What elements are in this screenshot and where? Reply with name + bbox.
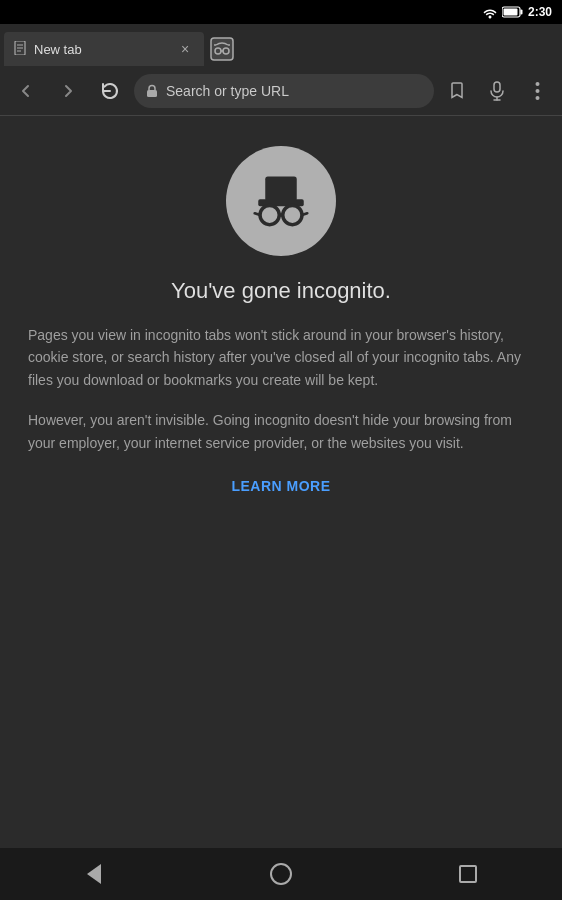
- tab-title: New tab: [34, 42, 168, 57]
- home-nav-button[interactable]: [251, 854, 311, 894]
- learn-more-button[interactable]: LEARN MORE: [231, 478, 330, 494]
- status-time: 2:30: [528, 5, 552, 19]
- svg-line-25: [255, 213, 260, 215]
- tab-bar: New tab ×: [0, 24, 562, 66]
- incognito-avatar: [226, 146, 336, 256]
- empty-area: [0, 514, 562, 856]
- svg-rect-14: [494, 82, 500, 92]
- bottom-nav-bar: [0, 848, 562, 900]
- svg-rect-21: [265, 177, 297, 202]
- back-triangle-icon: [87, 864, 101, 884]
- incognito-paragraph-1: Pages you view in incognito tabs won't s…: [28, 324, 534, 391]
- menu-button[interactable]: [520, 74, 554, 108]
- incognito-tab-icon: [209, 36, 235, 62]
- new-tab-button[interactable]: [204, 32, 240, 66]
- tab-doc-icon: [14, 41, 26, 58]
- bookmark-button[interactable]: [440, 74, 474, 108]
- reload-button[interactable]: [92, 73, 128, 109]
- incognito-paragraph-2: However, you aren't invisible. Going inc…: [28, 409, 534, 454]
- back-button[interactable]: [8, 73, 44, 109]
- status-bar: 2:30: [0, 0, 562, 24]
- svg-point-17: [535, 82, 539, 86]
- address-bar-placeholder: Search or type URL: [166, 83, 422, 99]
- main-content: You've gone incognito. Pages you view in…: [0, 116, 562, 514]
- incognito-spy-icon: [246, 166, 316, 236]
- svg-rect-7: [211, 38, 233, 60]
- tab-close-button[interactable]: ×: [176, 40, 194, 58]
- toolbar: Search or type URL: [0, 66, 562, 116]
- address-bar-lock-icon: [146, 84, 158, 98]
- svg-line-26: [302, 213, 307, 215]
- incognito-heading: You've gone incognito.: [171, 278, 391, 304]
- address-bar[interactable]: Search or type URL: [134, 74, 434, 108]
- svg-rect-1: [520, 10, 522, 15]
- svg-rect-2: [503, 9, 517, 16]
- svg-point-19: [535, 96, 539, 100]
- svg-point-22: [260, 205, 279, 224]
- home-circle-icon: [270, 863, 292, 885]
- back-nav-button[interactable]: [64, 854, 124, 894]
- mic-button[interactable]: [480, 74, 514, 108]
- recents-square-icon: [459, 865, 477, 883]
- recents-nav-button[interactable]: [438, 854, 498, 894]
- svg-point-23: [283, 205, 302, 224]
- active-tab[interactable]: New tab ×: [4, 32, 204, 66]
- svg-rect-13: [147, 90, 157, 97]
- svg-point-18: [535, 89, 539, 93]
- battery-icon: [502, 6, 524, 18]
- wifi-icon: [482, 5, 498, 19]
- status-icons: 2:30: [482, 5, 552, 19]
- forward-button[interactable]: [50, 73, 86, 109]
